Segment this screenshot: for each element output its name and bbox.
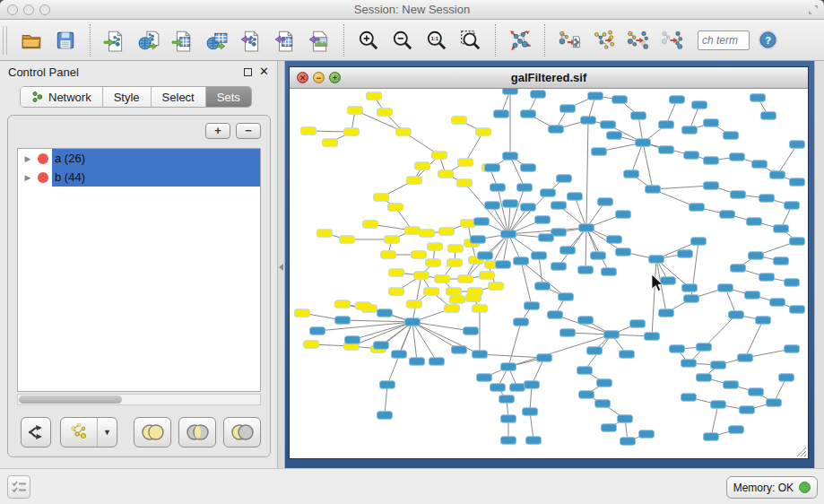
graph-node-blue[interactable]	[560, 329, 576, 337]
graph-edge[interactable]	[385, 385, 387, 415]
set-row[interactable]: ▶ b (44)	[18, 168, 260, 187]
graph-edge[interactable]	[631, 143, 643, 174]
zoom-fit-button[interactable]: 1:1	[420, 24, 454, 56]
difference-sets-button[interactable]	[223, 417, 261, 448]
graph-node-blue[interactable]	[539, 234, 554, 242]
scrollbar-thumb[interactable]	[19, 395, 122, 404]
graph-node-blue[interactable]	[646, 186, 661, 194]
graph-node-blue[interactable]	[559, 293, 574, 301]
graph-node-blue[interactable]	[597, 379, 612, 387]
graph-node-yellow[interactable]	[340, 236, 355, 244]
sets-list-hscrollbar[interactable]	[17, 394, 261, 405]
graph-node-yellow[interactable]	[424, 288, 439, 296]
graph-node-yellow[interactable]	[447, 259, 463, 267]
resize-grip-icon[interactable]	[797, 448, 806, 456]
set-label[interactable]: a (26)	[52, 149, 260, 168]
graph-node-blue[interactable]	[684, 295, 699, 303]
graph-node-blue[interactable]	[464, 327, 479, 335]
graph-node-blue[interactable]	[517, 184, 533, 192]
graph-node-blue[interactable]	[494, 110, 509, 118]
graph-node-blue[interactable]	[630, 320, 646, 328]
graph-node-blue[interactable]	[410, 358, 425, 366]
graph-edge[interactable]	[492, 205, 508, 234]
graph-node-yellow[interactable]	[447, 288, 462, 296]
graph-edge[interactable]	[652, 259, 656, 336]
graph-node-blue[interactable]	[537, 354, 552, 362]
graph-node-blue[interactable]	[661, 277, 676, 285]
graph-edge[interactable]	[343, 320, 412, 322]
set-label[interactable]: b (44)	[52, 168, 260, 187]
graph-node-blue[interactable]	[521, 110, 536, 118]
graph-node-blue[interactable]	[514, 257, 529, 265]
graph-node-blue[interactable]	[501, 415, 516, 423]
tab-network[interactable]: Network	[21, 87, 103, 107]
export-image-button[interactable]	[302, 24, 336, 56]
graph-node-blue[interactable]	[568, 193, 583, 201]
export-network-button[interactable]	[234, 24, 268, 56]
graph-node-blue[interactable]	[490, 184, 506, 192]
graph-node-yellow[interactable]	[458, 275, 473, 283]
graph-node-blue[interactable]	[618, 415, 633, 423]
network-canvas[interactable]	[290, 89, 808, 458]
import-table-file-button[interactable]	[166, 24, 200, 56]
help-button[interactable]: ?	[757, 30, 778, 51]
graph-node-yellow[interactable]	[389, 288, 404, 296]
graph-node-blue[interactable]	[670, 345, 685, 353]
graph-node-blue[interactable]	[691, 238, 707, 246]
graph-node-blue[interactable]	[595, 400, 611, 408]
graph-node-blue[interactable]	[631, 112, 646, 120]
graph-node-yellow[interactable]	[412, 251, 427, 259]
graph-node-blue[interactable]	[503, 89, 518, 94]
graph-node-blue[interactable]	[405, 318, 421, 326]
graph-node-blue[interactable]	[704, 119, 719, 127]
graph-node-blue[interactable]	[785, 279, 800, 287]
graph-node-blue[interactable]	[501, 230, 516, 239]
graph-node-yellow[interactable]	[344, 128, 360, 136]
graph-node-blue[interactable]	[790, 306, 805, 314]
graph-node-blue[interactable]	[738, 354, 753, 362]
graph-node-blue[interactable]	[377, 412, 393, 420]
import-table-url-button[interactable]	[200, 24, 234, 56]
graph-edge[interactable]	[643, 143, 653, 189]
new-network-from-selection-button[interactable]	[552, 24, 586, 56]
graph-node-blue[interactable]	[345, 336, 360, 344]
tab-style[interactable]: Style	[103, 87, 152, 107]
union-sets-button[interactable]	[134, 417, 171, 448]
graph-node-blue[interactable]	[474, 218, 490, 226]
graph-node-blue[interactable]	[616, 211, 631, 219]
graph-node-yellow[interactable]	[335, 300, 351, 308]
graph-edge[interactable]	[465, 132, 483, 162]
main-titlebar[interactable]: Session: New Session	[0, 0, 824, 20]
graph-node-blue[interactable]	[749, 252, 764, 260]
graph-node-yellow[interactable]	[480, 272, 495, 280]
graph-node-blue[interactable]	[579, 224, 594, 232]
graph-node-blue[interactable]	[523, 408, 538, 416]
set-row[interactable]: ▶ a (26)	[18, 149, 260, 168]
graph-node-yellow[interactable]	[348, 107, 363, 115]
graph-node-yellow[interactable]	[304, 341, 319, 349]
graph-node-blue[interactable]	[592, 148, 607, 156]
select-first-neighbors-button[interactable]	[586, 24, 620, 56]
graph-node-yellow[interactable]	[438, 170, 454, 178]
graph-node-blue[interactable]	[678, 250, 693, 258]
graph-node-blue[interactable]	[521, 164, 536, 172]
graph-node-yellow[interactable]	[415, 162, 430, 170]
graph-node-blue[interactable]	[750, 94, 766, 102]
graph-node-blue[interactable]	[770, 171, 785, 179]
graph-node-blue[interactable]	[587, 347, 603, 355]
graph-node-blue[interactable]	[645, 333, 660, 341]
graph-edge[interactable]	[508, 322, 521, 367]
graph-node-blue[interactable]	[531, 91, 546, 99]
graph-node-blue[interactable]	[578, 266, 594, 274]
graph-node-yellow[interactable]	[435, 275, 450, 283]
graph-node-blue[interactable]	[525, 381, 540, 389]
export-table-button[interactable]	[268, 24, 302, 56]
graph-node-blue[interactable]	[724, 381, 739, 389]
graph-node-yellow[interactable]	[473, 305, 488, 313]
tab-select[interactable]: Select	[152, 87, 206, 107]
graph-node-blue[interactable]	[377, 309, 393, 317]
import-network-file-button[interactable]	[98, 24, 132, 56]
graph-node-blue[interactable]	[731, 191, 746, 199]
graph-node-blue[interactable]	[510, 384, 525, 392]
graph-node-yellow[interactable]	[420, 230, 435, 238]
